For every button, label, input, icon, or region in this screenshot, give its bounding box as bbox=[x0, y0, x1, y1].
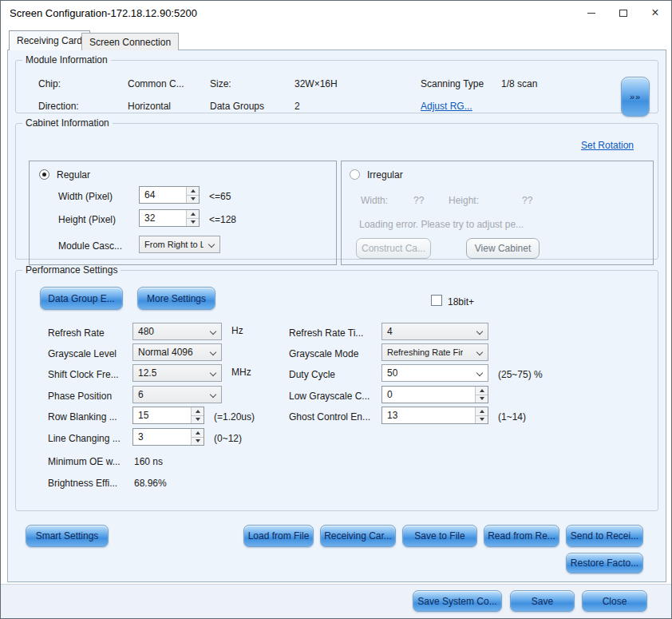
save-system-config-button[interactable]: Save System Co... bbox=[413, 590, 502, 612]
size-value: 32W×16H bbox=[294, 78, 338, 89]
module-cascade-value: From Right to L bbox=[144, 240, 204, 249]
triangle-down-icon bbox=[196, 439, 200, 442]
irregular-radio[interactable] bbox=[350, 169, 360, 180]
low-grayscale-spin-up-button[interactable] bbox=[476, 387, 488, 395]
duty-cycle-label: Duty Cycle bbox=[289, 369, 335, 380]
close-dialog-button[interactable]: Close bbox=[582, 590, 647, 612]
shift-clock-dropdown[interactable]: 12.5 bbox=[132, 364, 222, 382]
read-from-receiving-button[interactable]: Read from Re... bbox=[484, 525, 559, 547]
irregular-radio-label: Irregular bbox=[367, 169, 403, 181]
low-grayscale-label: Low Grayscale C... bbox=[289, 391, 370, 402]
bit18-checkbox[interactable] bbox=[431, 295, 442, 306]
close-button[interactable]: × bbox=[639, 1, 671, 25]
shift-clock-value: 12.5 bbox=[138, 367, 156, 379]
adjust-rg-link[interactable]: Adjust RG... bbox=[421, 101, 472, 112]
line-changing-input[interactable]: 3 bbox=[132, 428, 204, 446]
row-blanking-input[interactable]: 15 bbox=[132, 407, 204, 424]
data-groups-value: 2 bbox=[294, 101, 300, 112]
refresh-rate-times-dropdown[interactable]: 4 bbox=[381, 323, 488, 340]
triangle-down-icon bbox=[480, 397, 484, 400]
ghost-control-label: Ghost Control En... bbox=[289, 411, 370, 423]
grayscale-level-dropdown[interactable]: Normal 4096 bbox=[132, 343, 222, 361]
irregular-height-label: Height: bbox=[449, 195, 479, 206]
line-changing-label: Line Changing ... bbox=[48, 433, 121, 444]
triangle-down-icon bbox=[191, 220, 196, 224]
data-group-exchange-button[interactable]: Data Group E... bbox=[40, 287, 123, 310]
bottom-bar: Save System Co... Save Close bbox=[1, 584, 672, 619]
tab-receiving-card[interactable]: Receiving Card bbox=[9, 30, 90, 50]
chevron-down-icon bbox=[210, 328, 216, 335]
save-to-file-button[interactable]: Save to File bbox=[402, 525, 477, 547]
line-changing-spin-down-button[interactable] bbox=[192, 438, 204, 446]
row-blanking-value: 15 bbox=[138, 410, 148, 421]
height-spin-down-button[interactable] bbox=[187, 219, 199, 227]
receiving-card-button[interactable]: Receiving Car... bbox=[320, 525, 396, 547]
module-information-title: Module Information bbox=[22, 54, 111, 65]
row-blanking-label: Row Blanking ... bbox=[48, 411, 117, 423]
minimize-icon bbox=[587, 13, 595, 14]
row-blanking-spin-down-button[interactable] bbox=[192, 416, 204, 424]
irregular-width-label: Width: bbox=[361, 195, 388, 206]
save-button[interactable]: Save bbox=[510, 590, 575, 612]
regular-radio[interactable] bbox=[39, 169, 49, 180]
ghost-control-hint: (1~14) bbox=[498, 411, 526, 423]
duty-cycle-dropdown[interactable]: 50 bbox=[381, 364, 488, 382]
line-changing-spin-up-button[interactable] bbox=[192, 429, 204, 438]
grayscale-mode-dropdown[interactable]: Refreshing Rate Fir bbox=[381, 343, 488, 361]
phase-position-dropdown[interactable]: 6 bbox=[132, 386, 222, 403]
width-pixel-input[interactable]: 64 bbox=[139, 186, 200, 204]
grayscale-mode-label: Grayscale Mode bbox=[289, 348, 358, 359]
restore-factory-button[interactable]: Restore Facto... bbox=[566, 553, 643, 573]
phase-position-value: 6 bbox=[138, 389, 144, 400]
direction-value: Horizontal bbox=[128, 101, 171, 112]
grayscale-mode-value: Refreshing Rate Fir bbox=[387, 347, 463, 357]
regular-panel: Regular Width (Pixel) 64 <=65 Height (Pi… bbox=[29, 161, 337, 265]
view-cabinet-button[interactable]: View Cabinet bbox=[466, 238, 540, 259]
triangle-up-icon bbox=[480, 410, 484, 413]
height-pixel-value: 32 bbox=[144, 212, 155, 224]
set-rotation-link[interactable]: Set Rotation bbox=[581, 140, 634, 151]
brightness-efficiency-value: 68.96% bbox=[134, 478, 167, 489]
row-blanking-spin-up-button[interactable] bbox=[192, 407, 204, 416]
refresh-rate-value: 480 bbox=[138, 326, 154, 337]
load-from-file-button[interactable]: Load from File bbox=[243, 525, 314, 547]
height-spin-up-button[interactable] bbox=[187, 210, 199, 219]
expand-button[interactable]: »» bbox=[621, 77, 650, 117]
height-pixel-input[interactable]: 32 bbox=[139, 209, 200, 227]
chevron-down-icon bbox=[476, 370, 483, 376]
low-grayscale-spin-down-button[interactable] bbox=[476, 395, 488, 403]
bit18-label: 18bit+ bbox=[448, 296, 474, 308]
row-blanking-hint: (=1.20us) bbox=[214, 411, 255, 423]
scanning-type-label: Scanning Type bbox=[421, 78, 484, 89]
module-cascade-label: Module Casc... bbox=[58, 240, 122, 252]
refresh-rate-dropdown[interactable]: 480 bbox=[132, 323, 222, 340]
low-grayscale-value: 0 bbox=[387, 389, 393, 400]
grayscale-level-value: Normal 4096 bbox=[138, 347, 193, 358]
ghost-control-spin-down-button[interactable] bbox=[476, 416, 488, 424]
ghost-control-spin-up-button[interactable] bbox=[476, 407, 488, 416]
line-changing-value: 3 bbox=[138, 431, 144, 442]
minimize-button[interactable] bbox=[575, 1, 607, 25]
module-cascade-dropdown[interactable]: From Right to L bbox=[139, 236, 220, 253]
more-settings-button[interactable]: More Settings bbox=[137, 287, 215, 310]
triangle-up-icon bbox=[191, 212, 196, 216]
triangle-up-icon bbox=[191, 189, 196, 192]
regular-radio-label: Regular bbox=[57, 169, 90, 181]
ghost-control-value: 13 bbox=[387, 410, 397, 421]
width-spin-up-button[interactable] bbox=[187, 187, 199, 196]
smart-settings-button[interactable]: Smart Settings bbox=[26, 525, 109, 547]
shift-clock-label: Shift Clock Fre... bbox=[48, 369, 119, 380]
maximize-button[interactable] bbox=[607, 1, 639, 25]
triangle-up-icon bbox=[480, 389, 484, 392]
construct-cabinet-button: Construct Ca... bbox=[356, 238, 431, 259]
send-to-receiving-button[interactable]: Send to Recei... bbox=[566, 525, 643, 547]
cabinet-information-group: Cabinet Information Set Rotation Regular… bbox=[15, 117, 658, 260]
low-grayscale-input[interactable]: 0 bbox=[381, 386, 488, 403]
performance-settings-title: Performance Settings bbox=[22, 264, 121, 276]
width-spin-down-button[interactable] bbox=[187, 196, 199, 204]
ghost-control-input[interactable]: 13 bbox=[381, 407, 488, 424]
duty-cycle-hint: (25~75) % bbox=[498, 369, 543, 380]
performance-settings-group: Performance Settings Data Group E... Mor… bbox=[15, 264, 658, 511]
tab-screen-connection[interactable]: Screen Connection bbox=[81, 33, 179, 50]
title-bar: Screen Configuration-172.18.12.90:5200 × bbox=[1, 1, 671, 25]
